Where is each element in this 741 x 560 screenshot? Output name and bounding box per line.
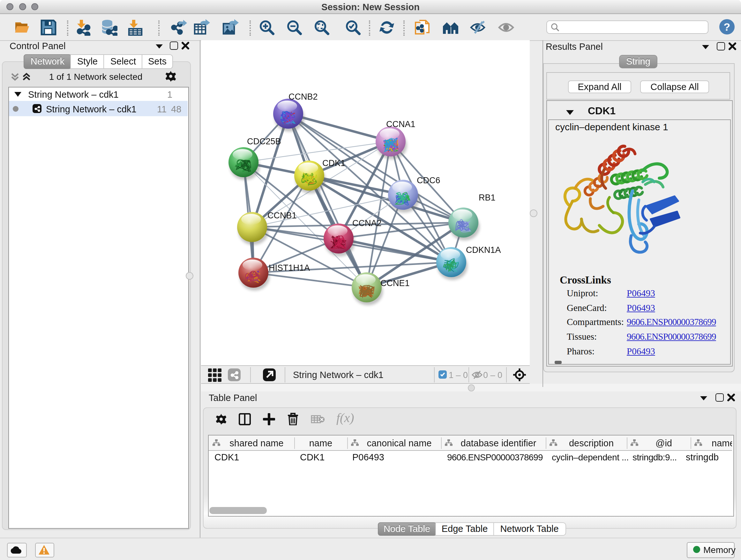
svg-text:CCNA1: CCNA1 xyxy=(386,119,415,129)
svg-text:CDC6: CDC6 xyxy=(417,176,441,185)
svg-text:CCNB2: CCNB2 xyxy=(288,92,318,102)
svg-text:RB1: RB1 xyxy=(479,193,495,202)
svg-text:HIST1H1A: HIST1H1A xyxy=(269,263,310,273)
svg-text:CCNE1: CCNE1 xyxy=(381,278,410,288)
svg-text:CDC25B: CDC25B xyxy=(247,137,281,146)
svg-text:CDKN1A: CDKN1A xyxy=(466,245,501,255)
svg-text:CDK1: CDK1 xyxy=(322,159,345,168)
svg-text:CCNA2: CCNA2 xyxy=(352,219,382,228)
svg-text:CCNB1: CCNB1 xyxy=(267,211,297,220)
